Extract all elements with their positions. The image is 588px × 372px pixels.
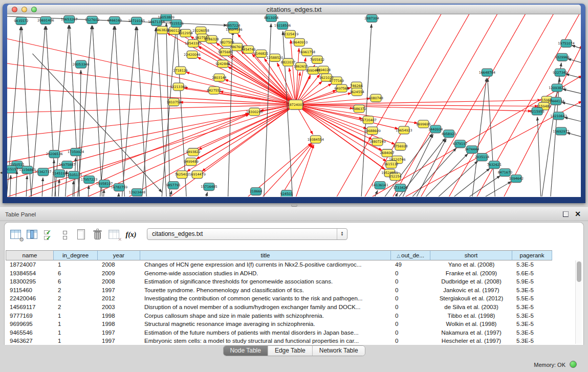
network-window-titlebar[interactable]: citations_edges.txt <box>7 5 581 14</box>
graph-edge[interactable] <box>25 176 27 196</box>
graph-edge[interactable] <box>365 190 378 196</box>
column-header-in_degree[interactable]: in_degree <box>54 250 98 260</box>
table-scrollbar-thumb[interactable] <box>577 261 581 282</box>
network-view[interactable]: 1872400718300295193845542242004689129542… <box>7 14 581 197</box>
graph-node-label: 8813054 <box>264 16 278 20</box>
float-panel-icon[interactable] <box>563 211 569 217</box>
graph-edge[interactable] <box>57 179 59 196</box>
table-settings-icon[interactable]: ⚙ <box>9 227 24 243</box>
memory-indicator[interactable] <box>570 361 577 368</box>
table-row[interactable]: 946554611997Estimation of the future num… <box>6 329 552 337</box>
graph-node-label: 8958923 <box>442 132 456 136</box>
graph-edge[interactable] <box>166 23 170 196</box>
column-header-title[interactable]: title <box>140 250 391 260</box>
table-row[interactable]: 1456911722003Disruption of a novel membe… <box>6 303 552 312</box>
minimize-window-icon[interactable] <box>21 7 27 12</box>
select-all-icon[interactable]: ✓ ✓ <box>41 227 57 243</box>
graph-edge[interactable] <box>187 105 296 172</box>
graph-edge[interactable] <box>564 117 581 123</box>
table-cell: 1997 <box>98 329 140 337</box>
column-header-year[interactable]: year <box>98 250 140 260</box>
table-cell: 2003 <box>98 303 140 312</box>
graph-edge[interactable] <box>222 143 311 196</box>
graph-node-label: 3474444 <box>465 147 479 151</box>
graph-edge[interactable] <box>7 30 296 105</box>
graph-edge[interactable] <box>157 28 167 196</box>
graph-node-label: 16782759 <box>111 185 127 189</box>
graph-node-label: 18724007 <box>288 103 304 107</box>
graph-edge[interactable] <box>470 78 487 196</box>
graph-node-label: 7515526 <box>169 21 183 26</box>
table-row[interactable]: 977716911998Corpus callosum shape and si… <box>6 312 552 320</box>
table-scrollbar[interactable] <box>575 260 582 344</box>
graph-edge[interactable] <box>428 168 490 196</box>
graph-node-label: 16914479 <box>189 172 205 177</box>
table-type-tabs: Node TableEdge TableNetwork Table <box>223 345 365 356</box>
graph-edge[interactable] <box>565 74 581 79</box>
table-cell: 1997 <box>98 286 140 295</box>
graph-node-label: 1350511 <box>10 163 24 167</box>
table-row[interactable]: 2242004622012Investigating the contribut… <box>6 294 552 303</box>
graph-edge[interactable] <box>567 133 581 138</box>
graph-node-label: 20691406 <box>37 18 54 23</box>
table-cell: 9465546 <box>6 329 54 337</box>
collapse-panel-arrow[interactable]: ◂ <box>0 169 4 176</box>
graph-edge[interactable] <box>537 117 542 196</box>
tab-network-table[interactable]: Network Table <box>313 346 365 356</box>
graph-edge[interactable] <box>102 189 104 196</box>
delete-column-icon[interactable] <box>91 227 106 243</box>
table-select-dropdown[interactable]: citations_edges.txt ▲▼ <box>147 228 347 240</box>
table-cell: 1 <box>54 320 98 329</box>
graph-node-label: 16053809 <box>158 15 174 19</box>
graph-edge[interactable] <box>266 144 313 196</box>
graph-edge[interactable] <box>200 192 208 196</box>
graph-edge[interactable] <box>488 78 496 196</box>
graph-edge[interactable] <box>15 170 17 196</box>
table-cell: 5.3E-5 <box>512 303 552 312</box>
panel-splitter[interactable] <box>291 204 297 207</box>
zoom-window-icon[interactable] <box>31 7 37 12</box>
cytoscape-app: citations_edges.txt 18724007183002951938… <box>0 0 588 372</box>
table-cell: Genome-wide association studies in ADHD. <box>140 269 391 278</box>
graph-node-label: 1145193 <box>52 171 67 176</box>
graph-node-label: 2935114 <box>475 155 489 159</box>
column-header-short[interactable]: short <box>430 250 512 260</box>
tab-edge-table[interactable]: Edge Table <box>268 346 313 356</box>
new-column-icon[interactable] <box>74 227 90 243</box>
function-builder-icon[interactable]: f(x) <box>123 227 139 243</box>
graph-node-label: 9756928 <box>393 144 407 148</box>
table-cell: de Silva et al. (2003) <box>430 303 512 312</box>
table-panel-content: ⚙ ✓ ✓ ✕ f(x) <box>4 222 584 345</box>
graph-edge[interactable] <box>117 193 119 196</box>
graph-edge[interactable] <box>289 145 314 196</box>
graph-node-label: 18300295 <box>246 110 263 114</box>
table-cell: 19384554 <box>6 269 54 278</box>
graph-edge[interactable] <box>51 160 54 196</box>
column-header-name[interactable]: name <box>6 250 54 260</box>
table-cell: 6 <box>54 269 98 278</box>
graph-edge[interactable] <box>568 59 581 64</box>
graph-node-label: 8427552 <box>207 89 221 93</box>
close-panel-icon[interactable]: ✕ <box>575 210 581 218</box>
graph-edge[interactable] <box>405 154 468 196</box>
graph-node-label: 16648784 <box>479 71 495 75</box>
delete-table-icon[interactable]: ✕ <box>107 227 122 243</box>
close-window-icon[interactable] <box>12 7 17 12</box>
graph-edge[interactable] <box>41 178 43 196</box>
table-row[interactable]: 946362711997Embryonic stem cells: a mode… <box>6 337 552 345</box>
graph-edge[interactable] <box>9 175 11 196</box>
clear-selection-icon[interactable] <box>58 227 73 243</box>
graph-edge[interactable] <box>562 89 581 95</box>
column-header-out_de[interactable]: △out_de... <box>391 250 430 260</box>
table-row[interactable]: 1872400712008Changes of HCN gene express… <box>6 260 552 269</box>
table-row[interactable]: 969969511998Structural magnetic resonanc… <box>6 320 552 329</box>
table-panel-header: Table Panel ✕ <box>0 207 588 221</box>
tab-node-table[interactable]: Node Table <box>223 346 268 356</box>
table-row[interactable]: 911546021997Tourette syndrome. Phenomeno… <box>6 286 552 295</box>
column-visibility-icon[interactable] <box>25 227 40 243</box>
graph-edge[interactable] <box>164 191 172 196</box>
table-row[interactable]: 1938455462009Genome-wide association stu… <box>6 269 552 278</box>
graph-node-label: 3857224 <box>226 24 240 28</box>
column-header-pagerank[interactable]: pagerank <box>512 250 552 260</box>
table-row[interactable]: 1830029562008Estimation of significance … <box>6 277 552 286</box>
